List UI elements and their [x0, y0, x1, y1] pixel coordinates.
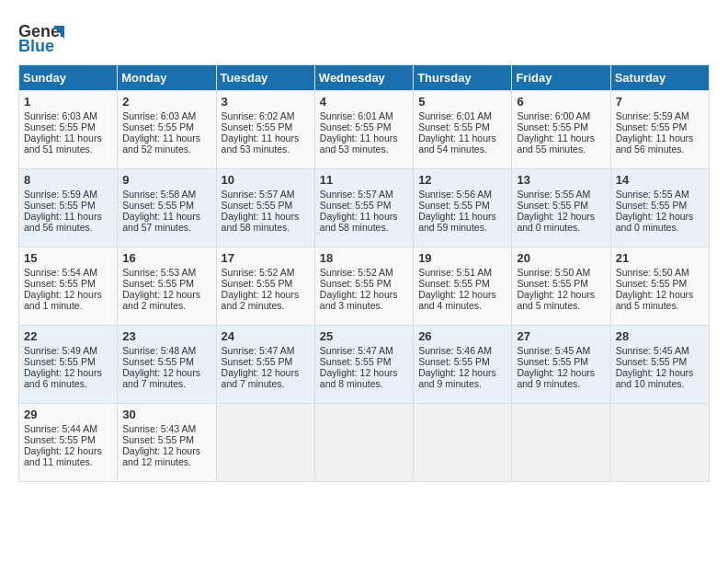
sunrise-text: Sunrise: 5:52 AM	[320, 267, 408, 278]
sunrise-text: Sunrise: 5:53 AM	[122, 267, 210, 278]
day-number: 8	[24, 173, 112, 187]
calendar-cell: 14Sunrise: 5:55 AMSunset: 5:55 PMDayligh…	[610, 169, 709, 247]
sunset-text: Sunset: 5:55 PM	[418, 121, 506, 132]
sunrise-text: Sunrise: 5:55 AM	[616, 189, 704, 200]
sunrise-text: Sunrise: 6:03 AM	[24, 110, 112, 121]
day-number: 1	[24, 95, 112, 109]
sunset-text: Sunset: 5:55 PM	[517, 356, 605, 367]
daylight-text: Daylight: 12 hours and 0 minutes.	[517, 211, 605, 233]
sunset-text: Sunset: 5:55 PM	[122, 356, 210, 367]
calendar-cell: 4Sunrise: 6:01 AMSunset: 5:55 PMDaylight…	[314, 91, 413, 169]
day-number: 6	[517, 95, 605, 109]
calendar-cell	[216, 404, 314, 482]
sunrise-text: Sunrise: 5:50 AM	[616, 267, 704, 278]
daylight-text: Daylight: 12 hours and 10 minutes.	[616, 367, 704, 389]
sunset-text: Sunset: 5:55 PM	[517, 121, 605, 132]
sunrise-text: Sunrise: 5:48 AM	[122, 345, 210, 356]
sunset-text: Sunset: 5:55 PM	[222, 200, 310, 211]
daylight-text: Daylight: 12 hours and 7 minutes.	[122, 367, 210, 389]
day-number: 16	[122, 251, 210, 265]
sunset-text: Sunset: 5:55 PM	[418, 200, 506, 211]
sunrise-text: Sunrise: 5:59 AM	[24, 189, 112, 200]
sunrise-text: Sunrise: 5:51 AM	[418, 267, 506, 278]
sunrise-text: Sunrise: 5:50 AM	[517, 267, 605, 278]
daylight-text: Daylight: 11 hours and 57 minutes.	[122, 211, 210, 233]
calendar-cell: 16Sunrise: 5:53 AMSunset: 5:55 PMDayligh…	[118, 247, 216, 326]
daylight-text: Daylight: 12 hours and 5 minutes.	[616, 289, 704, 311]
calendar-cell: 8Sunrise: 5:59 AMSunset: 5:55 PMDaylight…	[19, 169, 118, 247]
daylight-text: Daylight: 12 hours and 1 minute.	[24, 289, 112, 311]
sunset-text: Sunset: 5:55 PM	[222, 121, 310, 132]
daylight-text: Daylight: 12 hours and 7 minutes.	[222, 367, 310, 389]
calendar-cell: 10Sunrise: 5:57 AMSunset: 5:55 PMDayligh…	[216, 169, 314, 247]
day-number: 13	[517, 173, 605, 187]
calendar-cell: 29Sunrise: 5:44 AMSunset: 5:55 PMDayligh…	[19, 404, 118, 482]
sunrise-text: Sunrise: 5:45 AM	[517, 345, 605, 356]
day-header-wednesday: Wednesday	[314, 65, 413, 91]
day-number: 20	[517, 251, 605, 265]
sunset-text: Sunset: 5:55 PM	[122, 278, 210, 289]
sunset-text: Sunset: 5:55 PM	[24, 356, 112, 367]
day-number: 26	[418, 329, 506, 343]
sunrise-text: Sunrise: 5:55 AM	[517, 189, 605, 200]
calendar-cell: 18Sunrise: 5:52 AMSunset: 5:55 PMDayligh…	[314, 247, 413, 326]
calendar-table: SundayMondayTuesdayWednesdayThursdayFrid…	[18, 64, 710, 482]
sunrise-text: Sunrise: 6:01 AM	[418, 110, 506, 121]
daylight-text: Daylight: 11 hours and 55 minutes.	[517, 132, 605, 155]
daylight-text: Daylight: 11 hours and 53 minutes.	[222, 132, 310, 155]
sunset-text: Sunset: 5:55 PM	[320, 200, 408, 211]
daylight-text: Daylight: 11 hours and 56 minutes.	[24, 211, 112, 233]
sunrise-text: Sunrise: 6:01 AM	[320, 110, 408, 121]
calendar-cell: 7Sunrise: 5:59 AMSunset: 5:55 PMDaylight…	[610, 91, 709, 169]
sunset-text: Sunset: 5:55 PM	[122, 200, 210, 211]
day-number: 17	[222, 251, 310, 265]
day-number: 24	[222, 329, 310, 343]
calendar-cell: 20Sunrise: 5:50 AMSunset: 5:55 PMDayligh…	[512, 247, 610, 326]
sunrise-text: Sunrise: 5:54 AM	[24, 267, 112, 278]
calendar-cell: 13Sunrise: 5:55 AMSunset: 5:55 PMDayligh…	[512, 169, 610, 247]
day-number: 21	[616, 251, 704, 265]
daylight-text: Daylight: 12 hours and 2 minutes.	[122, 289, 210, 311]
sunset-text: Sunset: 5:55 PM	[616, 200, 704, 211]
day-number: 4	[320, 95, 408, 109]
daylight-text: Daylight: 11 hours and 58 minutes.	[222, 211, 310, 233]
sunset-text: Sunset: 5:55 PM	[418, 278, 506, 289]
sunrise-text: Sunrise: 5:46 AM	[418, 345, 506, 356]
sunrise-text: Sunrise: 6:00 AM	[517, 110, 605, 121]
day-header-sunday: Sunday	[19, 65, 118, 91]
day-header-monday: Monday	[118, 65, 216, 91]
calendar-cell: 28Sunrise: 5:45 AMSunset: 5:55 PMDayligh…	[610, 326, 709, 404]
sunset-text: Sunset: 5:55 PM	[517, 278, 605, 289]
day-number: 11	[320, 173, 408, 187]
calendar-cell: 17Sunrise: 5:52 AMSunset: 5:55 PMDayligh…	[216, 247, 314, 326]
sunrise-text: Sunrise: 5:58 AM	[122, 189, 210, 200]
sunrise-text: Sunrise: 5:57 AM	[222, 189, 310, 200]
sunset-text: Sunset: 5:55 PM	[122, 434, 210, 445]
calendar-cell	[414, 404, 512, 482]
day-number: 3	[222, 95, 310, 109]
sunrise-text: Sunrise: 6:02 AM	[222, 110, 310, 121]
day-number: 15	[24, 251, 112, 265]
svg-text:Blue: Blue	[18, 37, 54, 55]
sunrise-text: Sunrise: 5:57 AM	[320, 189, 408, 200]
daylight-text: Daylight: 12 hours and 11 minutes.	[24, 445, 112, 467]
sunrise-text: Sunrise: 5:47 AM	[222, 345, 310, 356]
calendar-cell: 15Sunrise: 5:54 AMSunset: 5:55 PMDayligh…	[19, 247, 118, 326]
calendar-cell	[512, 404, 610, 482]
day-number: 28	[616, 329, 704, 343]
sunset-text: Sunset: 5:55 PM	[222, 278, 310, 289]
daylight-text: Daylight: 12 hours and 4 minutes.	[418, 289, 506, 311]
day-header-saturday: Saturday	[610, 65, 709, 91]
calendar-cell: 26Sunrise: 5:46 AMSunset: 5:55 PMDayligh…	[414, 326, 512, 404]
day-number: 5	[418, 95, 506, 109]
daylight-text: Daylight: 12 hours and 8 minutes.	[320, 367, 408, 389]
calendar-cell: 1Sunrise: 6:03 AMSunset: 5:55 PMDaylight…	[19, 91, 118, 169]
day-number: 23	[122, 329, 210, 343]
calendar-cell	[610, 404, 709, 482]
sunset-text: Sunset: 5:55 PM	[222, 356, 310, 367]
sunset-text: Sunset: 5:55 PM	[616, 121, 704, 132]
sunset-text: Sunset: 5:55 PM	[418, 356, 506, 367]
daylight-text: Daylight: 11 hours and 56 minutes.	[616, 132, 704, 155]
sunset-text: Sunset: 5:55 PM	[24, 434, 112, 445]
calendar-cell: 9Sunrise: 5:58 AMSunset: 5:55 PMDaylight…	[118, 169, 216, 247]
